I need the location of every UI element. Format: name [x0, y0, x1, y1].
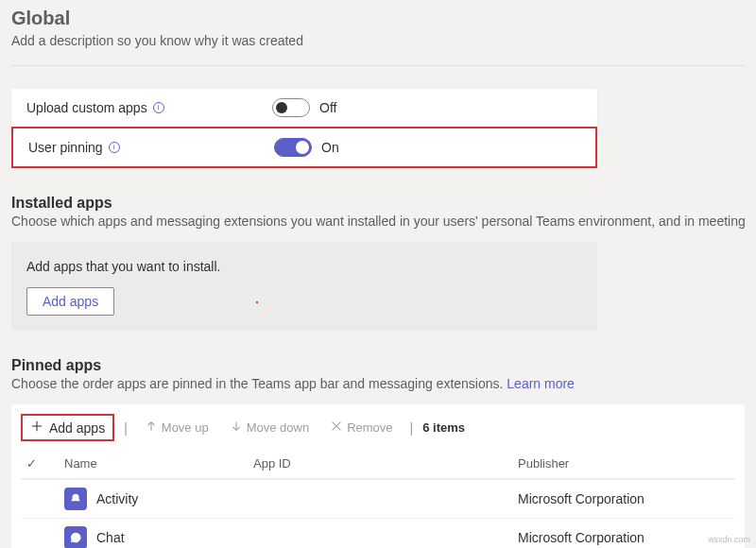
settings-card: Upload custom apps i Off User pinning i …: [11, 89, 597, 168]
col-publisher-header[interactable]: Publisher: [518, 456, 730, 471]
move-down-button[interactable]: Move down: [222, 416, 317, 439]
move-down-label: Move down: [247, 420, 309, 435]
move-up-button[interactable]: Move up: [137, 416, 216, 439]
pinned-add-apps-button[interactable]: Add apps: [23, 416, 112, 439]
row-publisher: Microsoft Corporation: [518, 530, 730, 545]
setting-user-pinning: User pinning i On: [11, 127, 597, 168]
separator: |: [124, 420, 128, 436]
red-dot-icon: [256, 301, 258, 303]
table-header: Name App ID Publisher: [21, 449, 735, 479]
x-icon: [330, 420, 343, 436]
row-name: Activity: [96, 491, 138, 506]
info-icon[interactable]: i: [153, 102, 164, 113]
pinned-toolbar-container: Add apps | Move up Move down Remove | 6 …: [11, 404, 745, 441]
upload-toggle-state: Off: [319, 100, 336, 115]
remove-label: Remove: [347, 420, 392, 435]
arrow-up-icon: [145, 420, 158, 436]
col-appid-header[interactable]: App ID: [253, 456, 518, 471]
add-apps-button[interactable]: Add apps: [26, 287, 114, 316]
pinned-add-highlight: Add apps: [21, 414, 114, 441]
check-all-icon[interactable]: [26, 456, 37, 471]
upload-label: Upload custom apps: [26, 100, 147, 115]
installed-apps-heading: Installed apps: [11, 195, 745, 212]
page-subtitle: Add a description so you know why it was…: [11, 33, 745, 48]
info-icon[interactable]: i: [109, 142, 120, 153]
item-count: 6 items: [422, 420, 465, 435]
learn-more-link[interactable]: Learn more: [507, 376, 575, 391]
pinning-toggle-state: On: [321, 140, 339, 155]
pinned-add-apps-label: Add apps: [49, 420, 105, 436]
pinned-apps-desc: Choose the order apps are pinned in the …: [11, 376, 745, 391]
pinned-desc-text: Choose the order apps are pinned in the …: [11, 376, 507, 391]
chat-icon: [64, 526, 87, 548]
col-name-header[interactable]: Name: [64, 456, 253, 471]
pinned-apps-heading: Pinned apps: [11, 357, 745, 374]
row-name: Chat: [96, 530, 125, 545]
upload-toggle[interactable]: [272, 98, 310, 117]
install-box-text: Add apps that you want to install.: [26, 259, 582, 274]
row-publisher: Microsoft Corporation: [518, 491, 730, 506]
activity-icon: [64, 488, 87, 510]
install-box: Add apps that you want to install. Add a…: [11, 242, 597, 331]
move-up-label: Move up: [162, 420, 209, 435]
pinning-toggle[interactable]: [274, 138, 312, 157]
pinned-apps-table: Name App ID Publisher Activity Microsoft…: [11, 441, 745, 548]
page-title: Global: [11, 8, 745, 29]
separator: |: [410, 420, 414, 436]
table-row[interactable]: Activity Microsoft Corporation: [21, 479, 735, 518]
setting-upload-custom-apps: Upload custom apps i Off: [11, 89, 597, 127]
divider: [11, 65, 745, 66]
remove-button[interactable]: Remove: [322, 416, 400, 439]
plus-icon: [30, 420, 43, 436]
arrow-down-icon: [230, 420, 243, 436]
watermark: wsxdn.com: [708, 535, 750, 544]
table-row[interactable]: Chat Microsoft Corporation: [21, 518, 735, 548]
pinning-label: User pinning: [28, 140, 103, 155]
installed-apps-desc: Choose which apps and messaging extensio…: [11, 214, 745, 229]
